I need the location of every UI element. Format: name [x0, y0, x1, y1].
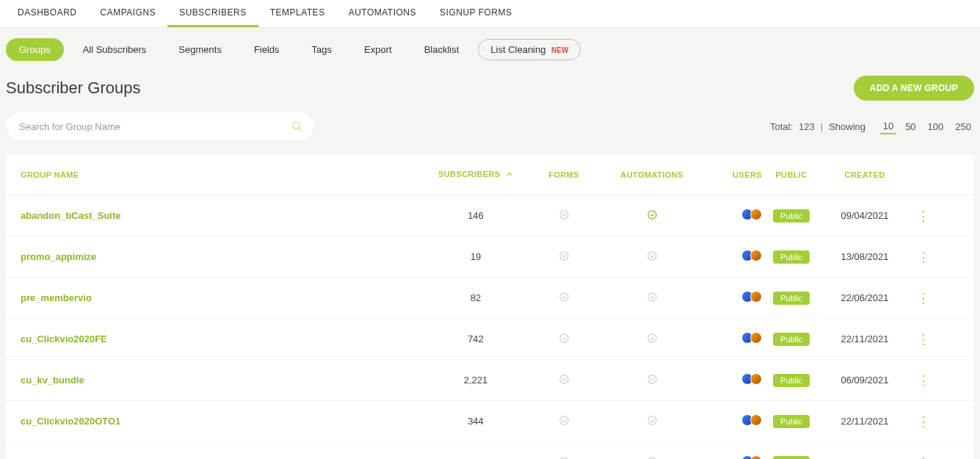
total-value: 123 [799, 121, 815, 132]
nav-templates[interactable]: TEMPLATES [258, 0, 337, 27]
nav-dashboard[interactable]: DASHBOARD [6, 0, 89, 27]
search-input[interactable] [6, 112, 314, 141]
public-badge[interactable]: Public [773, 292, 810, 305]
th-users[interactable]: USERS [696, 170, 762, 179]
cell-automations [608, 291, 696, 305]
public-badge[interactable]: Public [773, 415, 810, 428]
group-name-link[interactable]: cu_Clickvio2020FE [21, 333, 107, 344]
row-actions-menu[interactable]: ⋮ [917, 333, 930, 346]
cell-users [696, 332, 762, 346]
cell-public: Public [762, 456, 821, 460]
public-badge[interactable]: Public [773, 456, 810, 460]
pagination-summary: Total: 123 | Showing 10 50 100 250 [770, 119, 974, 134]
row-actions-menu[interactable]: ⋮ [917, 374, 930, 387]
cell-forms [520, 209, 608, 223]
th-created[interactable]: CREATED [821, 170, 909, 179]
th-subscribers-label: SUBSCRIBERS [438, 170, 500, 178]
subnav-all-subscribers[interactable]: All Subscribers [70, 38, 160, 61]
nav-automations[interactable]: AUTOMATIONS [337, 0, 428, 27]
subnav-blacklist[interactable]: Blacklist [411, 38, 473, 61]
cell-forms [520, 250, 608, 264]
nav-campaigns[interactable]: CAMPAIGNS [89, 0, 168, 27]
subnav-fields[interactable]: Fields [241, 38, 293, 61]
subnav-list-cleaning[interactable]: List Cleaning NEW [478, 39, 581, 60]
subnav-tags[interactable]: Tags [299, 38, 345, 61]
cell-forms [520, 373, 608, 387]
total-label: Total: [770, 121, 793, 132]
empty-circle-icon [646, 332, 658, 344]
nav-signup-forms[interactable]: SIGNUP FORMS [428, 0, 523, 27]
user-avatars[interactable] [741, 291, 762, 303]
add-new-group-button[interactable]: ADD A NEW GROUP [854, 76, 974, 101]
cell-users [696, 209, 762, 223]
subnav-export[interactable]: Export [351, 38, 405, 61]
empty-circle-icon [558, 209, 570, 220]
th-automations[interactable]: AUTOMATIONS [608, 170, 696, 179]
cell-users [696, 414, 762, 428]
empty-circle-icon [558, 414, 570, 426]
cell-forms [520, 291, 608, 305]
empty-circle-icon [646, 291, 658, 303]
table-row: promo_appimize 19 Public 13/08/2021 ⋮ [6, 236, 974, 278]
row-actions-menu[interactable]: ⋮ [917, 209, 930, 223]
group-name-link[interactable]: promo_appimize [21, 251, 96, 262]
cell-users [696, 455, 762, 459]
cell-users [696, 250, 762, 264]
th-forms[interactable]: FORMS [520, 170, 608, 179]
user-avatars[interactable] [741, 250, 762, 261]
cell-created: 09/04/2021 [821, 210, 909, 221]
cell-forms [520, 332, 608, 346]
page-size-100[interactable]: 100 [925, 120, 947, 134]
row-actions-menu[interactable]: ⋮ [917, 292, 930, 305]
row-actions-menu[interactable]: ⋮ [917, 456, 930, 460]
page-size-10[interactable]: 10 [880, 119, 896, 134]
groups-table: GROUP NAME SUBSCRIBERS FORMS AUTOMATIONS… [6, 154, 974, 459]
group-name-link[interactable]: cu_kv_bundle [21, 375, 84, 386]
empty-circle-icon [558, 455, 570, 459]
public-badge[interactable]: Public [773, 209, 810, 223]
empty-circle-icon [646, 250, 658, 261]
cell-subscribers: 742 [432, 333, 520, 344]
svg-point-2 [559, 211, 567, 219]
th-group-name[interactable]: GROUP NAME [21, 170, 432, 179]
table-row: cu_Clickvio2020OTO1 344 Public 22/11/202… [6, 401, 974, 442]
showing-label: Showing [829, 121, 865, 132]
row-actions-menu[interactable]: ⋮ [917, 250, 930, 264]
public-badge[interactable]: Public [773, 374, 810, 387]
top-nav: DASHBOARD CAMPAIGNS SUBSCRIBERS TEMPLATE… [0, 0, 980, 28]
sub-nav: Groups All Subscribers Segments Fields T… [0, 28, 980, 61]
page-size-250[interactable]: 250 [952, 120, 974, 134]
user-avatars[interactable] [741, 209, 762, 220]
cell-users [696, 373, 762, 387]
cell-automations [608, 332, 696, 346]
group-name-link[interactable]: abandon_bCast_Suite [21, 210, 121, 221]
page-header: Subscriber Groups ADD A NEW GROUP [0, 61, 980, 106]
cell-public: Public [762, 374, 821, 387]
empty-circle-icon [646, 455, 658, 459]
user-avatars[interactable] [741, 373, 762, 385]
page-size-50[interactable]: 50 [902, 120, 918, 134]
public-badge[interactable]: Public [773, 333, 810, 346]
user-avatars[interactable] [741, 455, 762, 459]
subnav-segments[interactable]: Segments [165, 38, 235, 61]
cell-subscribers: 19 [432, 251, 520, 262]
cell-created: 22/11/2021 [821, 333, 909, 344]
cell-subscribers: 146 [432, 210, 520, 221]
th-public[interactable]: PUBLIC [762, 170, 821, 179]
subnav-groups[interactable]: Groups [6, 38, 64, 61]
subnav-list-cleaning-label: List Cleaning [490, 44, 545, 55]
nav-subscribers[interactable]: SUBSCRIBERS [167, 0, 258, 27]
public-badge[interactable]: Public [773, 250, 810, 264]
svg-point-12 [559, 416, 567, 424]
cell-public: Public [762, 250, 821, 264]
cell-forms [520, 455, 608, 459]
group-name-link[interactable]: pre_membervio [21, 292, 92, 303]
avatar-icon [750, 414, 762, 426]
group-name-link[interactable]: cu_Clickvio2020OTO1 [21, 416, 120, 427]
user-avatars[interactable] [741, 414, 762, 426]
row-actions-menu[interactable]: ⋮ [917, 415, 930, 428]
table-row: cu_kv_bundle 2,221 Public 06/09/2021 ⋮ [6, 360, 974, 401]
th-subscribers[interactable]: SUBSCRIBERS [432, 170, 520, 179]
cell-automations [608, 414, 696, 428]
user-avatars[interactable] [741, 332, 762, 344]
